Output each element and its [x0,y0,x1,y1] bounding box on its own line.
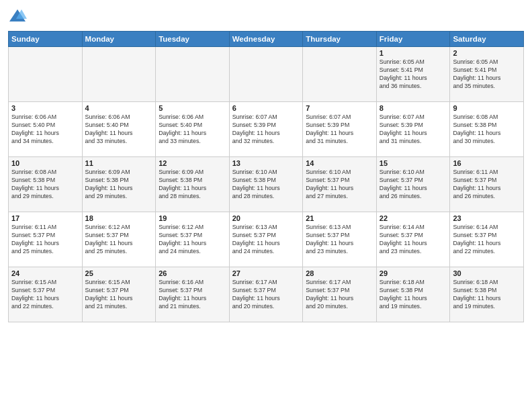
calendar-cell [156,47,230,102]
calendar-cell: 22Sunrise: 6:14 AM Sunset: 5:37 PM Dayli… [376,212,450,267]
day-info: Sunrise: 6:11 AM Sunset: 5:37 PM Dayligh… [453,169,521,201]
logo [8,7,30,26]
day-info: Sunrise: 6:17 AM Sunset: 5:37 PM Dayligh… [306,279,373,311]
weekday-thursday: Thursday [303,32,377,47]
day-info: Sunrise: 6:10 AM Sunset: 5:37 PM Dayligh… [306,169,373,201]
weekday-saturday: Saturday [450,32,524,47]
calendar-cell: 17Sunrise: 6:11 AM Sunset: 5:37 PM Dayli… [9,212,83,267]
day-number: 18 [85,214,153,222]
weekday-sunday: Sunday [9,32,83,47]
week-row-1: 1Sunrise: 6:05 AM Sunset: 5:41 PM Daylig… [9,47,524,102]
day-number: 11 [85,159,153,167]
day-number: 23 [453,214,521,222]
day-number: 3 [11,104,79,112]
weekday-wednesday: Wednesday [229,32,303,47]
day-number: 10 [11,159,79,167]
day-number: 22 [380,214,447,222]
day-info: Sunrise: 6:08 AM Sunset: 5:38 PM Dayligh… [11,169,79,201]
day-number: 17 [11,214,79,222]
day-number: 13 [232,159,300,167]
day-info: Sunrise: 6:10 AM Sunset: 5:38 PM Dayligh… [232,169,300,201]
weekday-row: SundayMondayTuesdayWednesdayThursdayFrid… [9,32,524,47]
day-number: 19 [159,214,226,222]
day-info: Sunrise: 6:18 AM Sunset: 5:38 PM Dayligh… [380,279,447,311]
calendar-cell: 28Sunrise: 6:17 AM Sunset: 5:37 PM Dayli… [303,267,377,322]
day-number: 14 [306,159,373,167]
day-number: 9 [453,104,521,112]
week-row-4: 17Sunrise: 6:11 AM Sunset: 5:37 PM Dayli… [9,212,524,267]
calendar-cell: 3Sunrise: 6:06 AM Sunset: 5:40 PM Daylig… [9,102,83,157]
logo-icon [8,7,27,26]
day-info: Sunrise: 6:10 AM Sunset: 5:37 PM Dayligh… [380,169,447,201]
day-info: Sunrise: 6:14 AM Sunset: 5:37 PM Dayligh… [380,224,447,256]
day-number: 4 [85,104,153,112]
day-number: 16 [453,159,521,167]
calendar-cell [303,47,377,102]
calendar-cell: 20Sunrise: 6:13 AM Sunset: 5:37 PM Dayli… [229,212,303,267]
calendar-cell: 8Sunrise: 6:07 AM Sunset: 5:39 PM Daylig… [376,102,450,157]
calendar-cell: 4Sunrise: 6:06 AM Sunset: 5:40 PM Daylig… [82,102,156,157]
calendar-cell: 14Sunrise: 6:10 AM Sunset: 5:37 PM Dayli… [303,157,377,212]
calendar-body: 1Sunrise: 6:05 AM Sunset: 5:41 PM Daylig… [9,47,524,322]
day-info: Sunrise: 6:13 AM Sunset: 5:37 PM Dayligh… [306,224,373,256]
calendar-cell: 27Sunrise: 6:17 AM Sunset: 5:37 PM Dayli… [229,267,303,322]
calendar-header: SundayMondayTuesdayWednesdayThursdayFrid… [9,32,524,47]
calendar-cell: 16Sunrise: 6:11 AM Sunset: 5:37 PM Dayli… [450,157,524,212]
day-info: Sunrise: 6:12 AM Sunset: 5:37 PM Dayligh… [85,224,153,256]
day-info: Sunrise: 6:08 AM Sunset: 5:38 PM Dayligh… [453,113,521,146]
weekday-friday: Friday [376,32,450,47]
page-container: SundayMondayTuesdayWednesdayThursdayFrid… [0,0,532,328]
day-info: Sunrise: 6:06 AM Sunset: 5:40 PM Dayligh… [85,113,153,146]
calendar-cell: 30Sunrise: 6:18 AM Sunset: 5:38 PM Dayli… [450,267,524,322]
calendar-cell: 13Sunrise: 6:10 AM Sunset: 5:38 PM Dayli… [229,157,303,212]
day-number: 6 [232,104,300,112]
day-number: 29 [380,269,447,277]
day-info: Sunrise: 6:09 AM Sunset: 5:38 PM Dayligh… [159,169,226,201]
calendar-cell: 12Sunrise: 6:09 AM Sunset: 5:38 PM Dayli… [156,157,230,212]
day-info: Sunrise: 6:18 AM Sunset: 5:38 PM Dayligh… [453,279,521,311]
day-info: Sunrise: 6:09 AM Sunset: 5:38 PM Dayligh… [85,169,153,201]
day-number: 2 [453,49,521,57]
day-number: 20 [232,214,300,222]
weekday-monday: Monday [82,32,156,47]
day-number: 28 [306,269,373,277]
calendar-cell [82,47,156,102]
day-number: 12 [159,159,226,167]
day-number: 24 [11,269,79,277]
day-number: 30 [453,269,521,277]
calendar-cell: 2Sunrise: 6:05 AM Sunset: 5:41 PM Daylig… [450,47,524,102]
day-info: Sunrise: 6:07 AM Sunset: 5:39 PM Dayligh… [232,113,300,146]
day-info: Sunrise: 6:06 AM Sunset: 5:40 PM Dayligh… [159,113,226,146]
day-number: 21 [306,214,373,222]
calendar-cell: 25Sunrise: 6:15 AM Sunset: 5:37 PM Dayli… [82,267,156,322]
calendar-cell: 11Sunrise: 6:09 AM Sunset: 5:38 PM Dayli… [82,157,156,212]
week-row-2: 3Sunrise: 6:06 AM Sunset: 5:40 PM Daylig… [9,102,524,157]
week-row-3: 10Sunrise: 6:08 AM Sunset: 5:38 PM Dayli… [9,157,524,212]
calendar-cell: 10Sunrise: 6:08 AM Sunset: 5:38 PM Dayli… [9,157,83,212]
calendar-cell: 7Sunrise: 6:07 AM Sunset: 5:39 PM Daylig… [303,102,377,157]
calendar-cell: 21Sunrise: 6:13 AM Sunset: 5:37 PM Dayli… [303,212,377,267]
calendar-cell: 6Sunrise: 6:07 AM Sunset: 5:39 PM Daylig… [229,102,303,157]
day-number: 15 [380,159,447,167]
calendar-cell: 19Sunrise: 6:12 AM Sunset: 5:37 PM Dayli… [156,212,230,267]
calendar-cell: 1Sunrise: 6:05 AM Sunset: 5:41 PM Daylig… [376,47,450,102]
calendar-cell: 26Sunrise: 6:16 AM Sunset: 5:37 PM Dayli… [156,267,230,322]
day-info: Sunrise: 6:07 AM Sunset: 5:39 PM Dayligh… [380,113,447,146]
weekday-tuesday: Tuesday [156,32,230,47]
day-number: 1 [380,49,447,57]
day-number: 8 [380,104,447,112]
day-info: Sunrise: 6:14 AM Sunset: 5:37 PM Dayligh… [453,224,521,256]
day-info: Sunrise: 6:05 AM Sunset: 5:41 PM Dayligh… [380,58,447,91]
calendar-table: SundayMondayTuesdayWednesdayThursdayFrid… [8,31,524,322]
day-number: 7 [306,104,373,112]
day-info: Sunrise: 6:12 AM Sunset: 5:37 PM Dayligh… [159,224,226,256]
calendar-cell: 5Sunrise: 6:06 AM Sunset: 5:40 PM Daylig… [156,102,230,157]
calendar-cell: 29Sunrise: 6:18 AM Sunset: 5:38 PM Dayli… [376,267,450,322]
calendar-cell [229,47,303,102]
calendar-cell: 23Sunrise: 6:14 AM Sunset: 5:37 PM Dayli… [450,212,524,267]
calendar-cell: 24Sunrise: 6:15 AM Sunset: 5:37 PM Dayli… [9,267,83,322]
day-info: Sunrise: 6:15 AM Sunset: 5:37 PM Dayligh… [85,279,153,311]
day-number: 5 [159,104,226,112]
calendar-cell [9,47,83,102]
calendar-cell: 18Sunrise: 6:12 AM Sunset: 5:37 PM Dayli… [82,212,156,267]
